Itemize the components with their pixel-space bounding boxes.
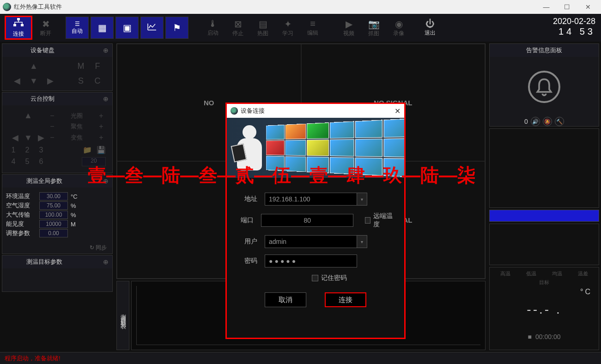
minus-icon[interactable]: − [48, 122, 57, 131]
svg-rect-2 [21, 24, 24, 26]
address-dropdown-icon[interactable]: ▾ [357, 193, 367, 206]
target-params-panel: 测温目标参数⊕ [2, 255, 113, 292]
grid-icon: ▦ [98, 22, 107, 33]
window-minimize-button[interactable]: — [536, 0, 557, 13]
datetime-display: 2020-02-28 14 53 [553, 17, 595, 37]
plus-icon[interactable]: + [97, 122, 106, 131]
record-icon: ◉ [395, 18, 403, 30]
app-icon [3, 3, 11, 11]
target-list-label[interactable]: 测温目标列表 [116, 281, 129, 350]
network-icon [13, 18, 24, 30]
sync-button[interactable]: ↻ 同步 [2, 242, 112, 254]
image-button[interactable]: ▣ [115, 17, 139, 39]
temp-readout: --.- . °C [492, 288, 596, 331]
stop-button[interactable]: ⊠停止 [226, 17, 249, 39]
status-bar: 程序启动，准备就绪! [0, 352, 601, 364]
minus-icon[interactable]: − [48, 133, 57, 142]
right-empty-panel-2 [489, 224, 599, 265]
alarm-panel: 告警信息面板 0 🔊 🔕 🔨 [489, 43, 599, 127]
device-connect-dialog: 设备连接 ✕ 地址 192.168.1.100 ▾ 端口 80 远端温度 用户 … [225, 103, 406, 339]
ptz-up-icon[interactable]: ▲ [22, 111, 35, 121]
user-dropdown-icon[interactable]: ▾ [357, 235, 367, 248]
blue-progress-bar [489, 210, 599, 222]
disconnect-button[interactable]: ✖断开 [34, 17, 57, 39]
mute-button[interactable]: 🔕 [543, 117, 552, 126]
dialog-icon [231, 107, 238, 115]
chart-icon [147, 23, 157, 33]
env-temp-input[interactable]: 30.00 [39, 192, 68, 200]
flag-icon: ⚑ [173, 22, 181, 33]
plus-icon[interactable]: + [97, 133, 106, 142]
device-keys-grid: ▲MF ◀▼▶SC [2, 57, 112, 91]
main-toolbar: 连接 ✖断开 ☰自动 ▦ ▣ ⚑ 🌡启动 ⊠停止 ▤热图 ✦学习 ≡编辑 ▶视频… [0, 14, 601, 42]
remote-temp-checkbox[interactable] [365, 217, 370, 224]
humidity-input[interactable]: 75.00 [39, 201, 68, 210]
exit-button[interactable]: ⏻退出 [419, 17, 442, 39]
camera-icon: 📷 [368, 18, 380, 30]
learn-button[interactable]: ✦学习 [276, 17, 299, 39]
connect-confirm-button[interactable]: 连接 [325, 292, 366, 307]
edit-button[interactable]: ≡编辑 [301, 17, 324, 39]
stop-icon: ⊠ [234, 18, 242, 30]
right-empty-panel [489, 128, 599, 208]
auto-button[interactable]: ☰自动 [66, 17, 89, 39]
user-input[interactable]: admin [265, 235, 357, 248]
power-icon: ⏻ [425, 19, 435, 28]
plus-icon[interactable]: + [97, 112, 106, 120]
rec-time: 00:00:00 [535, 333, 561, 340]
connect-button[interactable]: 连接 [5, 16, 32, 40]
bell-icon [528, 71, 560, 103]
start-button[interactable]: 🌡启动 [201, 17, 225, 39]
panel-title: 云台控制 [30, 95, 55, 103]
list-icon: ☰ [75, 21, 80, 27]
save-icon[interactable]: 💾 [97, 146, 106, 154]
chart-button[interactable] [140, 17, 164, 39]
sound-button[interactable]: 🔊 [531, 117, 540, 126]
adjust-input[interactable]: 0.00 [39, 229, 68, 237]
collapse-icon[interactable]: ⊕ [103, 258, 109, 266]
watermark-text: 壹—叁—陆—叁—贰—伍—壹—肆—玖—陆—柒 [88, 163, 476, 188]
camcorder-icon[interactable]: ■ [528, 333, 532, 340]
password-input[interactable]: ●●●●● [265, 255, 357, 267]
arrow-left-icon[interactable]: ◀ [14, 76, 20, 86]
port-input[interactable]: 80 [261, 214, 353, 227]
temperature-panel: 高温 低温 均温 温差 目标 --.- . °C ■ 00:00:00 [489, 267, 599, 350]
flag-button[interactable]: ⚑ [165, 17, 188, 39]
cancel-button[interactable]: 取消 [265, 292, 306, 307]
ptz-panel: 云台控制⊕ ▲−光圈+ −聚焦+ ◀▼▶−变焦+ 123📁💾 45620 [2, 92, 113, 173]
record-button[interactable]: ◉录像 [387, 17, 410, 39]
alarm-count: 0 [524, 118, 528, 125]
window-close-button[interactable]: ✕ [577, 0, 598, 13]
collapse-icon[interactable]: ⊕ [103, 47, 109, 54]
panel-title: 告警信息面板 [526, 46, 562, 55]
image-icon: ▣ [123, 22, 132, 33]
arrow-up-icon[interactable]: ▲ [30, 61, 38, 71]
ptz-down-icon[interactable]: ▼ [22, 133, 35, 143]
ptz-right-icon[interactable]: ▶ [35, 133, 48, 143]
collapse-icon[interactable]: ⊕ [103, 95, 109, 103]
app-title: 红外热像工具软件 [14, 3, 62, 11]
visibility-input[interactable]: 10000 [39, 220, 68, 228]
device-keys-panel: 设备键盘⊕ ▲MF ◀▼▶SC [2, 43, 113, 91]
window-maximize-button[interactable]: ☐ [557, 0, 577, 13]
address-input[interactable]: 192.168.1.100 [265, 193, 357, 206]
capture-button[interactable]: 📷抓图 [362, 17, 385, 39]
video-button[interactable]: ▶视频 [337, 17, 360, 39]
remember-password-checkbox[interactable] [312, 275, 318, 281]
dialog-close-button[interactable]: ✕ [395, 107, 401, 115]
panel-title: 设备键盘 [30, 46, 55, 55]
heatmap-button[interactable]: ▤热图 [251, 17, 274, 39]
sliders-icon: ≡ [310, 18, 316, 29]
atmosphere-input[interactable]: 100.00 [39, 211, 68, 219]
panel-title: 测温目标参数 [26, 258, 62, 266]
svg-rect-1 [13, 24, 16, 26]
grid-button[interactable]: ▦ [91, 17, 114, 39]
folder-icon[interactable]: 📁 [83, 146, 92, 154]
minus-icon[interactable]: − [48, 112, 57, 120]
arrow-down-icon[interactable]: ▼ [30, 76, 38, 86]
hammer-button[interactable]: 🔨 [555, 117, 564, 126]
play-icon: ▶ [346, 18, 352, 30]
ptz-left-icon[interactable]: ◀ [9, 133, 22, 143]
dialog-title: 设备连接 [241, 107, 265, 115]
arrow-right-icon[interactable]: ▶ [47, 76, 54, 86]
